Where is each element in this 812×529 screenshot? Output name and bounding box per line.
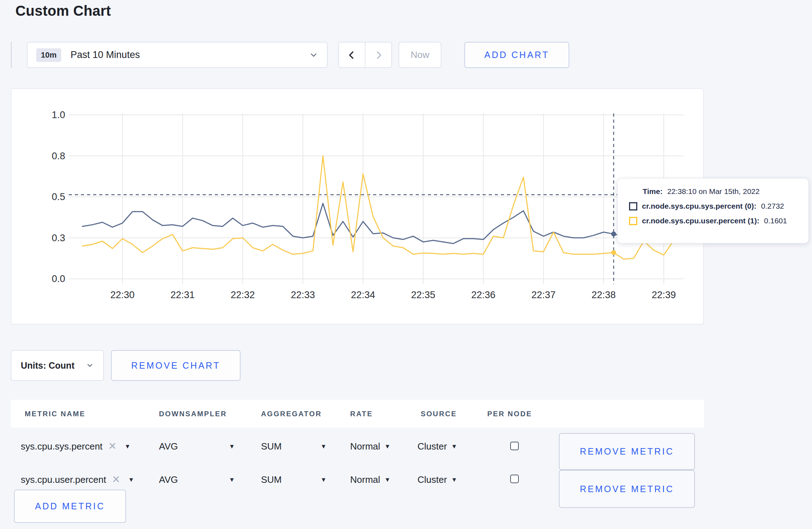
downsampler-select[interactable]: AVG ▼	[159, 439, 235, 453]
rate-value: Normal	[350, 441, 380, 452]
chart-card: 0.00.30.50.81.022:3022:3122:3222:3322:34…	[11, 88, 704, 325]
chevron-left-icon	[347, 50, 357, 60]
remove-metric-button[interactable]: REMOVE METRIC	[559, 470, 695, 508]
per-node-checkbox[interactable]	[510, 442, 519, 450]
caret-down-icon: ▼	[320, 443, 327, 450]
y-tick-label: 0.8	[52, 151, 65, 161]
sys-series-swatch-icon	[629, 202, 637, 210]
metric-name-select[interactable]: sys.cpu.user.percent ✕ ▼	[21, 472, 134, 487]
custom-chart-page: { "page_title": "Custom Chart", "toolbar…	[0, 0, 812, 529]
next-time-window-button[interactable]	[366, 43, 391, 67]
x-tick-label: 22:39	[652, 290, 676, 300]
caret-down-icon: ▼	[385, 443, 391, 450]
sys-series-hover-dot	[611, 232, 616, 237]
y-tick-label: 0.0	[52, 273, 65, 284]
caret-down-icon: ▼	[229, 477, 235, 483]
units-dropdown[interactable]: Units: Count	[11, 350, 104, 381]
metrics-line-chart[interactable]: 0.00.30.50.81.022:3022:3122:3222:3322:34…	[11, 89, 703, 324]
caret-down-icon: ▼	[229, 443, 235, 450]
col-header-aggregator: AGGREGATOR	[261, 400, 322, 428]
time-window-arrows	[338, 42, 392, 68]
remove-metric-button[interactable]: REMOVE METRIC	[559, 433, 695, 470]
caret-down-icon: ▼	[125, 443, 131, 450]
source-select[interactable]: Cluster ▼	[417, 439, 457, 453]
caret-down-icon: ▼	[320, 477, 327, 483]
downsampler-value: AVG	[159, 441, 178, 452]
caret-down-icon: ▼	[128, 477, 134, 483]
metric-name-value: sys.cpu.sys.percent	[21, 441, 102, 452]
col-header-source: SOURCE	[421, 400, 457, 428]
chevron-right-icon	[373, 50, 384, 60]
user-series-hover-dot	[611, 250, 616, 255]
metrics-table-header: METRIC NAME DOWNSAMPLER AGGREGATOR RATE …	[11, 400, 704, 428]
now-button[interactable]: Now	[398, 42, 441, 68]
page-title: Custom Chart	[15, 3, 111, 19]
time-range-badge: 10m	[36, 48, 61, 62]
caret-down-icon: ▼	[451, 443, 457, 450]
tooltip-series-value: 0.1601	[764, 217, 787, 225]
source-select[interactable]: Cluster ▼	[417, 472, 457, 487]
x-tick-label: 22:38	[591, 290, 616, 300]
tooltip-time-label: Time:	[643, 187, 663, 196]
x-tick-label: 22:34	[351, 290, 375, 300]
add-metric-button[interactable]: ADD METRIC	[14, 490, 126, 523]
chart-tooltip: Time: 22:38:10 on Mar 15th, 2022 cr.node…	[617, 178, 809, 243]
col-header-metric-name: METRIC NAME	[25, 400, 86, 428]
rate-value: Normal	[350, 474, 380, 485]
x-tick-label: 22:33	[291, 290, 315, 300]
caret-down-icon: ▼	[451, 477, 457, 483]
user-series-swatch-icon	[629, 217, 637, 225]
col-header-rate: RATE	[350, 400, 373, 428]
source-value: Cluster	[417, 441, 447, 452]
remove-chart-button[interactable]: REMOVE CHART	[111, 350, 241, 381]
metric-name-value: sys.cpu.user.percent	[21, 474, 106, 485]
close-icon[interactable]: ✕	[108, 441, 116, 451]
close-icon[interactable]: ✕	[112, 475, 120, 485]
prev-time-window-button[interactable]	[339, 43, 366, 67]
x-tick-label: 22:30	[110, 290, 135, 300]
aggregator-value: SUM	[261, 474, 282, 485]
y-tick-label: 0.3	[52, 233, 65, 243]
y-tick-label: 0.5	[52, 191, 65, 202]
x-tick-label: 22:37	[531, 290, 556, 300]
metric-name-select[interactable]: sys.cpu.sys.percent ✕ ▼	[21, 439, 131, 453]
chevron-down-icon	[86, 361, 94, 369]
aggregator-value: SUM	[261, 441, 282, 452]
x-tick-label: 22:35	[411, 290, 435, 300]
rate-select[interactable]: Normal ▼	[350, 472, 391, 487]
time-range-dropdown[interactable]: 10m Past 10 Minutes	[27, 42, 328, 68]
y-tick-label: 1.0	[52, 110, 65, 120]
downsampler-value: AVG	[159, 474, 178, 485]
caret-down-icon: ▼	[385, 477, 391, 483]
x-tick-label: 22:32	[231, 290, 255, 300]
toolbar-left-divider	[11, 42, 12, 68]
tooltip-series-label: cr.node.sys.cpu.user.percent (1):	[642, 217, 759, 225]
col-header-downsampler: DOWNSAMPLER	[159, 400, 227, 428]
tooltip-series-value: 0.2732	[761, 202, 784, 210]
aggregator-select[interactable]: SUM ▼	[261, 439, 327, 453]
x-tick-label: 22:36	[471, 290, 496, 300]
rate-select[interactable]: Normal ▼	[350, 439, 391, 453]
downsampler-select[interactable]: AVG ▼	[159, 472, 235, 487]
x-tick-label: 22:31	[170, 290, 195, 300]
add-chart-button[interactable]: ADD CHART	[464, 42, 569, 68]
source-value: Cluster	[417, 474, 447, 485]
tooltip-time-value: 22:38:10 on Mar 15th, 2022	[667, 187, 760, 196]
tooltip-series-label: cr.node.sys.cpu.sys.percent (0):	[642, 202, 757, 210]
user-percent-line-series	[82, 156, 674, 259]
col-header-per-node: PER NODE	[487, 400, 532, 428]
time-range-label: Past 10 Minutes	[71, 49, 140, 60]
aggregator-select[interactable]: SUM ▼	[261, 472, 327, 487]
chevron-down-icon	[309, 50, 318, 60]
per-node-checkbox[interactable]	[510, 475, 519, 483]
units-label: Units: Count	[21, 360, 74, 371]
